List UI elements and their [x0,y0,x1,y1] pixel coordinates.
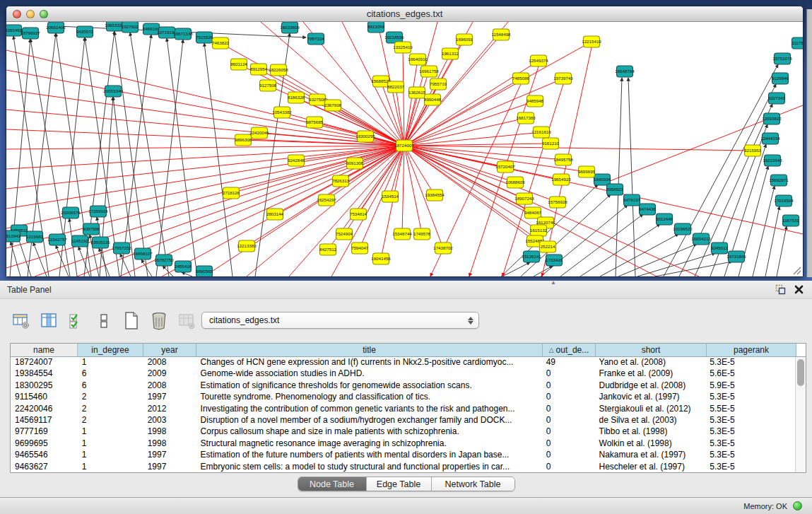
graph-node[interactable]: 9896308 [235,134,252,146]
graph-node[interactable]: 15348744 [392,228,412,240]
graph-node[interactable]: 15751074 [772,53,792,64]
network-canvas[interactable]: 8283461187969372069140694355721065332815… [6,22,803,276]
graph-node[interactable]: 15692971 [769,175,789,186]
scrollbar-thumb[interactable] [797,359,804,386]
window-close-button[interactable] [13,10,21,18]
graph-node[interactable]: 18300295 [355,131,375,142]
graph-node[interactable]: 1615132 [530,225,548,236]
graph-node[interactable]: 16958107 [133,248,153,259]
graph-node[interactable]: 16210643 [763,155,782,166]
tab-node-table[interactable]: Node Table [298,477,366,491]
graph-node[interactable]: 1749578 [413,228,431,240]
graph-node[interactable]: 20691406 [46,22,66,33]
graph-node[interactable]: 1527602 [122,22,139,33]
graph-node[interactable]: 18495758 [553,154,573,165]
window-resize-grip[interactable] [792,265,801,275]
graph-node[interactable]: 9327508 [309,94,326,105]
table-row[interactable]: 969969511998Structural magnetic resonanc… [11,438,795,450]
graph-node[interactable]: 8601124 [230,59,247,70]
float-panel-icon[interactable] [775,284,786,295]
graph-node[interactable]: 18796937 [20,28,40,39]
graph-node[interactable]: 2803144 [266,209,284,220]
show-columns-icon[interactable] [39,311,59,331]
graph-node[interactable]: 9245012 [711,243,729,254]
column-header-pagerank[interactable]: pagerank [707,344,796,356]
graph-node[interactable]: 8427512 [319,244,337,255]
table-row[interactable]: 946554611997Estimation of the future num… [11,450,795,461]
graph-node[interactable]: 16648784 [615,66,635,77]
table-vertical-scrollbar[interactable] [795,357,806,472]
graph-node[interactable]: 16671338 [173,28,193,40]
graph-node[interactable]: 7515526 [196,32,213,43]
graph-node[interactable]: 18226058 [269,64,288,76]
graph-node[interactable]: 19654923 [551,174,571,185]
graph-node[interactable]: 16961758 [419,66,439,77]
graph-node[interactable]: 1362615 [408,87,426,98]
graph-node[interactable]: 10688609 [505,177,525,188]
graph-node[interactable]: 2718126 [223,187,240,199]
graph-node[interactable]: 9227343 [768,93,786,104]
graph-node[interactable]: 22420046 [249,127,269,139]
table-row[interactable]: 1456911722003Disruption of a novel membe… [11,415,795,426]
graph-node[interactable]: 1117534 [792,37,803,49]
graph-node[interactable]: 9485948 [526,95,544,107]
window-zoom-button[interactable] [40,10,48,18]
graph-node[interactable]: 15136141 [522,251,541,262]
column-header-in_degree[interactable]: in_degree [78,344,143,356]
graph-node[interactable]: 12093822 [762,113,782,124]
graph-node[interactable]: 11548498 [491,29,511,40]
graph-node[interactable]: 9242848 [288,155,305,166]
graph-node[interactable]: 17016504 [774,195,794,206]
graph-node[interactable]: 12161619 [531,127,551,138]
graph-node[interactable]: 9875685 [306,117,324,128]
graph-node[interactable]: 2367608 [324,100,342,111]
graph-node[interactable]: 16782750 [154,255,174,266]
memory-status-icon[interactable] [793,501,802,510]
graph-node[interactable]: 8958923 [606,184,624,195]
table-row[interactable]: 1830029562008Estimation of significance … [11,380,795,392]
graph-node[interactable]: 20053346 [103,86,123,97]
graph-node[interactable]: 7485086 [512,73,530,84]
row-height-icon[interactable] [94,311,114,331]
graph-node[interactable]: 16041456 [371,253,391,264]
graph-node[interactable]: 6479197 [623,194,641,206]
graph-node[interactable]: 8912954 [250,64,268,75]
graph-node[interactable]: 7594047 [351,243,369,254]
graph-node[interactable]: 17359924 [88,206,108,217]
table-row[interactable]: 911546021997Tourette syndrome. Phenomeno… [11,392,795,403]
table-row[interactable]: 2242004622012Investigating the contribut… [11,404,795,415]
graph-node[interactable]: 20206576 [61,207,81,218]
graph-node[interactable]: 252214 [540,241,556,252]
graph-node[interactable]: 1145191 [71,235,88,247]
graph-node[interactable]: 7524904 [336,228,353,240]
column-header-out_de[interactable]: △out_de... [543,344,596,356]
graph-node[interactable]: 1534514 [382,191,399,202]
graph-node[interactable]: 9435572 [76,26,94,37]
graph-node[interactable]: 13505135 [90,237,110,248]
graph-node[interactable]: 12444154 [760,133,780,144]
table-row[interactable]: 1938455462009Genome-wide association stu… [11,368,795,380]
column-header-short[interactable]: short [596,344,707,356]
graph-node[interactable]: 9129946 [772,73,789,84]
graph-node[interactable]: 8990448 [424,94,442,105]
graph-node[interactable]: 3913941 [6,230,21,242]
graph-node[interactable]: 15720407 [495,161,515,173]
graph-node[interactable]: 7534814 [350,209,367,220]
graph-node[interactable]: 16731806 [726,251,746,262]
graph-node[interactable]: 16954213 [691,233,711,245]
graph-node[interactable]: 13325419 [393,42,413,53]
table-selector-dropdown[interactable]: citations_edges.txt [201,312,479,329]
graph-node[interactable]: 9097588 [83,223,100,235]
graph-node[interactable]: 18724007 [394,140,414,151]
column-header-year[interactable]: year [143,344,196,356]
table-row[interactable]: 946362711997Embryonic stem cells: a mode… [11,462,795,472]
column-header-title[interactable]: title [196,344,543,356]
graph-node[interactable]: 12215419 [582,36,601,47]
graph-node[interactable]: 8813054 [367,22,385,33]
graph-node[interactable]: 8283461 [6,25,23,36]
graph-node[interactable]: 9215953 [744,145,762,156]
graph-node[interactable]: 7826313 [332,175,350,187]
graph-node[interactable]: 8186328 [288,92,305,103]
graph-node[interactable]: 9012446 [656,214,673,225]
table-row[interactable]: 977716911998Corpus callosum shape and si… [11,426,795,438]
